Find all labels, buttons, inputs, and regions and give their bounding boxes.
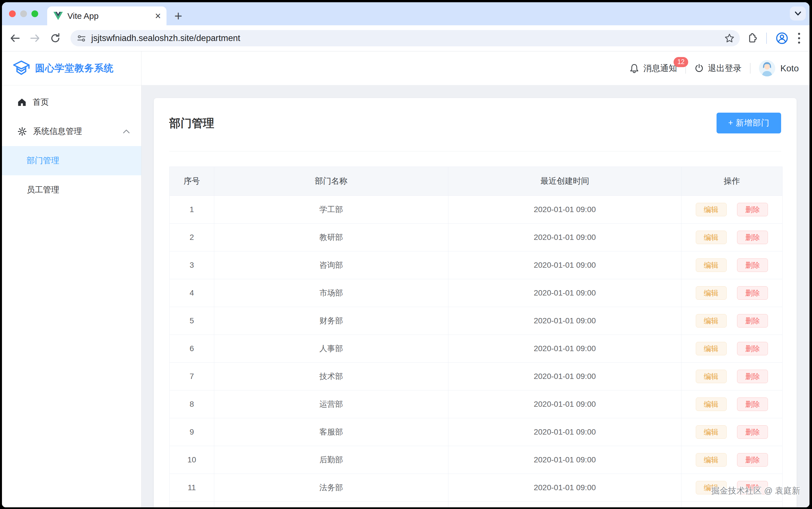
delete-button[interactable]: 删除 — [737, 231, 768, 244]
browser-toolbar: jsjtswfniadh.sealoshzh.site/department — [2, 25, 809, 52]
sidebar-item-system-info[interactable]: 系统信息管理 — [2, 117, 141, 146]
delete-button[interactable]: 删除 — [737, 342, 768, 355]
delete-button[interactable]: 删除 — [737, 425, 768, 439]
sidebar-item-employee-management[interactable]: 员工管理 — [2, 175, 141, 204]
browser-window: Vite App × + — [2, 2, 809, 507]
cell-time: 2020-01-01 09:00 — [448, 307, 681, 335]
edit-button[interactable]: 编辑 — [696, 370, 727, 383]
profile-icon[interactable] — [775, 31, 789, 45]
maximize-window-button[interactable] — [31, 10, 38, 17]
tab-title: Vite App — [67, 11, 155, 21]
delete-button[interactable]: 删除 — [737, 286, 768, 300]
logout-label: 退出登录 — [708, 63, 742, 74]
table-header-row: 序号 部门名称 最近创建时间 操作 — [170, 167, 782, 196]
sidebar-item-label: 首页 — [33, 97, 49, 108]
cell-time: 2020-01-01 09:00 — [448, 224, 681, 251]
toolbar-divider — [766, 33, 767, 44]
card-header-divider — [169, 151, 781, 151]
table-row: 1 学工部 2020-01-01 09:00 编辑 删除 — [170, 196, 782, 224]
edit-button[interactable]: 编辑 — [696, 342, 727, 355]
delete-button[interactable]: 删除 — [737, 453, 768, 467]
edit-button[interactable]: 编辑 — [696, 259, 727, 272]
cell-seq: 7 — [170, 363, 214, 391]
top-header: 消息通知 12 退出登录 — [142, 52, 809, 86]
cell-time — [448, 502, 681, 508]
delete-button[interactable]: 删除 — [737, 398, 768, 411]
notifications-label: 消息通知 — [643, 63, 677, 74]
tab-search-button[interactable] — [790, 6, 806, 21]
cell-seq — [170, 502, 214, 508]
chevron-down-icon — [794, 11, 802, 16]
edit-button[interactable]: 编辑 — [696, 286, 727, 300]
edit-button[interactable]: 编辑 — [696, 203, 727, 216]
bookmark-star-icon[interactable] — [724, 33, 735, 43]
cell-time: 2020-01-01 09:00 — [448, 196, 681, 224]
column-header-action: 操作 — [681, 167, 782, 196]
cell-name — [214, 502, 448, 508]
table-row: 11 法务部 2020-01-01 09:00 编辑 删除 — [170, 474, 782, 502]
window-controls — [9, 10, 38, 17]
cell-seq: 3 — [170, 251, 214, 279]
sidebar-item-department-management[interactable]: 部门管理 — [2, 146, 141, 175]
cell-name: 咨询部 — [214, 251, 448, 279]
forward-button[interactable] — [29, 32, 41, 44]
table-row: 6 人事部 2020-01-01 09:00 编辑 删除 — [170, 335, 782, 363]
cell-time: 2020-01-01 09:00 — [448, 279, 681, 307]
table-row: 9 客服部 2020-01-01 09:00 编辑 删除 — [170, 418, 782, 446]
site-settings-icon[interactable] — [77, 33, 86, 43]
cell-time: 2020-01-01 09:00 — [448, 335, 681, 363]
logout-button[interactable]: 退出登录 — [694, 63, 742, 74]
cell-time: 2020-01-01 09:00 — [448, 363, 681, 391]
edit-button[interactable]: 编辑 — [696, 398, 727, 411]
cell-seq: 6 — [170, 335, 214, 363]
bell-icon — [629, 63, 639, 73]
page-title: 部门管理 — [169, 114, 214, 132]
cell-actions: 编辑 删除 — [681, 446, 782, 474]
sidebar-subitem-label: 员工管理 — [27, 184, 59, 196]
browser-tab[interactable]: Vite App × — [47, 6, 167, 25]
edit-button[interactable]: 编辑 — [696, 425, 727, 439]
delete-button[interactable]: 删除 — [737, 203, 768, 216]
notifications-button[interactable]: 消息通知 12 — [629, 63, 677, 74]
username: Koto — [780, 63, 799, 74]
browser-menu-icon[interactable] — [797, 32, 801, 44]
power-icon — [694, 64, 704, 73]
back-button[interactable] — [9, 32, 21, 44]
cell-actions: 编辑 删除 — [681, 502, 782, 508]
cell-name: 技术部 — [214, 363, 448, 391]
cell-time: 2020-01-01 09:00 — [448, 418, 681, 446]
cell-actions: 编辑 删除 — [681, 224, 782, 251]
edit-button[interactable]: 编辑 — [696, 231, 727, 244]
edit-button[interactable]: 编辑 — [696, 314, 727, 328]
delete-button[interactable]: 删除 — [737, 259, 768, 272]
sidebar-subitem-label: 部门管理 — [27, 155, 59, 166]
cell-name: 人事部 — [214, 335, 448, 363]
user-menu[interactable]: Koto — [759, 60, 799, 76]
table-row: 5 财务部 2020-01-01 09:00 编辑 删除 — [170, 307, 782, 335]
delete-button[interactable]: 删除 — [737, 314, 768, 328]
cell-seq: 9 — [170, 418, 214, 446]
add-department-button[interactable]: + 新增部门 — [716, 113, 781, 133]
table-row: 3 咨询部 2020-01-01 09:00 编辑 删除 — [170, 251, 782, 279]
close-window-button[interactable] — [9, 10, 16, 17]
vue-favicon-icon — [54, 12, 63, 20]
delete-button[interactable]: 删除 — [737, 370, 768, 383]
cell-name: 法务部 — [214, 474, 448, 502]
cell-time: 2020-01-01 09:00 — [448, 474, 681, 502]
toolbar-actions — [746, 31, 801, 45]
minimize-window-button[interactable] — [20, 10, 27, 17]
cell-actions: 编辑 删除 — [681, 335, 782, 363]
edit-button[interactable]: 编辑 — [696, 453, 727, 467]
cell-seq: 2 — [170, 224, 214, 251]
extensions-icon[interactable] — [746, 32, 758, 44]
sidebar-item-home[interactable]: 首页 — [2, 88, 141, 117]
new-tab-button[interactable]: + — [170, 8, 186, 24]
close-tab-icon[interactable]: × — [155, 11, 161, 21]
school-cap-icon — [13, 60, 30, 76]
reload-button[interactable] — [49, 32, 62, 44]
url-text[interactable]: jsjtswfniadh.sealoshzh.site/department — [91, 33, 240, 43]
cell-name: 后勤部 — [214, 446, 448, 474]
column-header-name: 部门名称 — [214, 167, 448, 196]
cell-time: 2020-01-01 09:00 — [448, 391, 681, 418]
address-bar[interactable]: jsjtswfniadh.sealoshzh.site/department — [70, 30, 740, 46]
